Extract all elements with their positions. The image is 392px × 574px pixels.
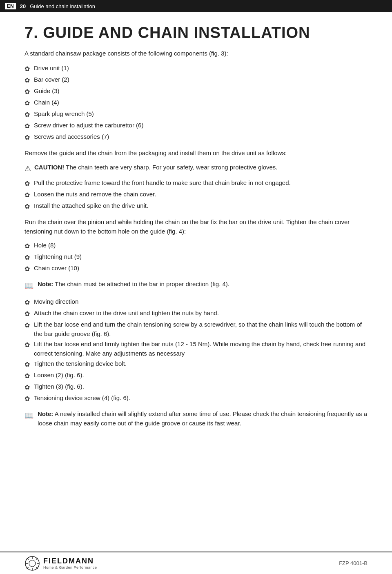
note-block-1: 📖 Note: The chain must be attached to th… [24, 280, 368, 291]
list-item: ✿ Loosen (2) (fig. 6). [24, 371, 368, 381]
chapter-title: 7. GUIDE AND CHAIN INSTALLATION [24, 24, 368, 42]
tighten-list: ✿ Hole (8) ✿ Tightening nut (9) ✿ Chain … [24, 241, 368, 274]
list-item: ✿ Chain (4) [24, 98, 368, 108]
footer-logo: FIELDMANN Home & Garden Performance [24, 556, 97, 571]
list-item: ✿ Tighten (3) (fig. 6). [24, 382, 368, 392]
note-text-2: Note: A newly installed chain will sligh… [38, 409, 368, 428]
bullet-icon: ✿ [24, 383, 30, 392]
bullet-icon: ✿ [24, 371, 30, 381]
header-bar: EN 20 Guide and chain installation [0, 0, 392, 12]
intro-text: A standard chainsaw package consists of … [24, 49, 368, 58]
caution-icon: ⚠ [24, 163, 31, 174]
logo-tagline: Home & Garden Performance [43, 565, 97, 570]
main-content: 7. GUIDE AND CHAIN INSTALLATION A standa… [0, 12, 392, 466]
list-item: ✿ Tightening nut (9) [24, 252, 368, 263]
bullet-icon: ✿ [24, 64, 30, 74]
logo-text: FIELDMANN Home & Garden Performance [43, 557, 97, 570]
bullet-icon: ✿ [24, 360, 30, 369]
pre-caution-text: Remove the guide and the chain from the … [24, 148, 368, 158]
list-item: ✿ Screws and accessories (7) [24, 132, 368, 142]
caution-text: CAUTION! The chain teeth are very sharp.… [34, 163, 278, 172]
list-item: ✿ Chain cover (10) [24, 264, 368, 274]
bullet-icon: ✿ [24, 309, 30, 319]
bullet-icon: ✿ [24, 253, 30, 263]
list-item: ✿ Lift the bar loose end and turn the ch… [24, 320, 368, 338]
list-item: ✿ Pull the protective frame toward the f… [24, 178, 368, 189]
bullet-icon: ✿ [24, 340, 30, 350]
bullet-icon: ✿ [24, 320, 30, 330]
bullet-icon: ✿ [24, 264, 30, 274]
note-block-2: 📖 Note: A newly installed chain will sli… [24, 409, 368, 428]
run-chain-text: Run the chain over the pinion and while … [24, 217, 368, 236]
bullet-icon: ✿ [24, 98, 30, 108]
bullet-icon: ✿ [24, 241, 30, 251]
language-badge: EN [5, 3, 16, 9]
bullet-icon: ✿ [24, 298, 30, 307]
list-item: ✿ Tensioning device screw (4) (fig. 6). [24, 394, 368, 404]
final-steps-list: ✿ Moving direction ✿ Attach the chain co… [24, 297, 368, 404]
list-item: ✿ Guide (3) [24, 87, 368, 97]
footer-model: FZP 4001-B [339, 560, 368, 566]
bullet-icon: ✿ [24, 121, 30, 131]
list-item: ✿ Screw driver to adjust the carburettor… [24, 121, 368, 131]
bullet-icon: ✿ [24, 394, 30, 404]
bullet-icon: ✿ [24, 110, 30, 120]
list-item: ✿ Install the attached spike on the driv… [24, 201, 368, 211]
page-number: 20 [20, 3, 26, 9]
bullet-icon: ✿ [24, 190, 30, 200]
components-list: ✿ Drive unit (1) ✿ Bar cover (2) ✿ Guide… [24, 64, 368, 142]
list-item: ✿ Hole (8) [24, 241, 368, 251]
header-title: Guide and chain installation [30, 3, 95, 9]
bullet-icon: ✿ [24, 202, 30, 211]
list-item: ✿ Moving direction [24, 297, 368, 307]
list-item: ✿ Spark plug wrench (5) [24, 109, 368, 120]
note-text-1: Note: The chain must be attached to the … [38, 280, 229, 289]
list-item: ✿ Attach the chain cover to the drive un… [24, 309, 368, 319]
caution-block: ⚠ CAUTION! The chain teeth are very shar… [24, 163, 368, 174]
fieldmann-logo-icon [24, 556, 40, 571]
logo-brand: FIELDMANN [43, 557, 97, 565]
bullet-icon: ✿ [24, 87, 30, 97]
note-icon: 📖 [24, 280, 33, 291]
bullet-icon: ✿ [24, 179, 30, 189]
list-item: ✿ Drive unit (1) [24, 64, 368, 74]
bullet-icon: ✿ [24, 133, 30, 142]
note-icon-2: 📖 [24, 410, 33, 421]
footer: FIELDMANN Home & Garden Performance FZP … [0, 552, 392, 574]
svg-point-1 [29, 560, 36, 567]
list-item: ✿ Loosen the nuts and remove the chain c… [24, 190, 368, 200]
list-item: ✿ Lift the bar loose end and firmly tigh… [24, 340, 368, 358]
install-steps-list: ✿ Pull the protective frame toward the f… [24, 178, 368, 211]
list-item: ✿ Tighten the tensioning device bolt. [24, 359, 368, 369]
bullet-icon: ✿ [24, 76, 30, 85]
list-item: ✿ Bar cover (2) [24, 75, 368, 85]
